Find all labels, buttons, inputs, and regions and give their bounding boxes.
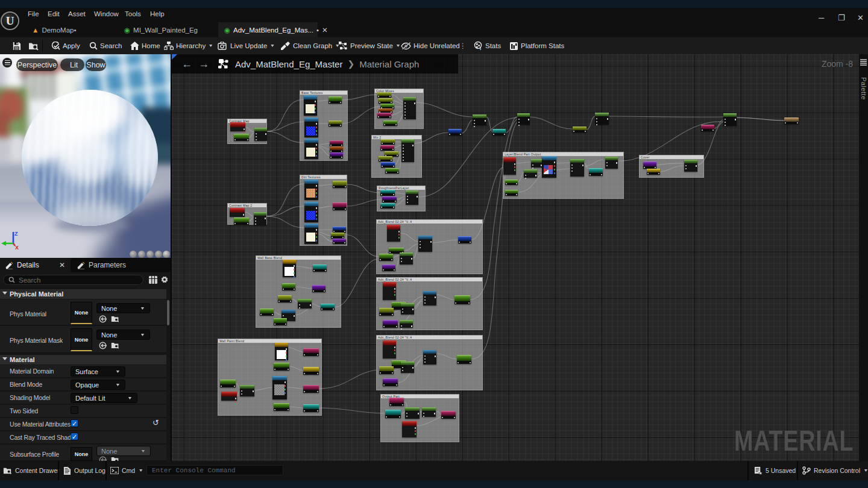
svg-text:X: X: [15, 245, 19, 251]
svg-text:Z: Z: [14, 231, 18, 237]
svg-text:i: i: [480, 46, 481, 51]
